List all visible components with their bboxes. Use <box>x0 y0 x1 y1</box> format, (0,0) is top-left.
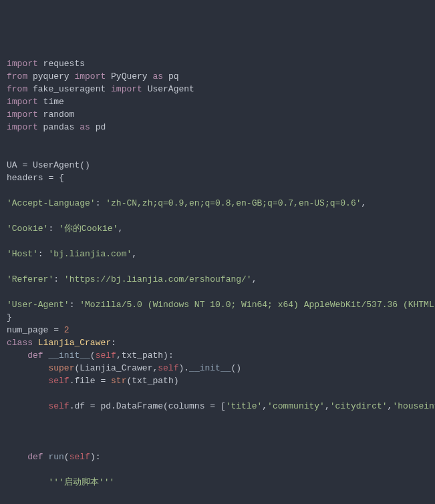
keyword: import <box>7 122 38 132</box>
keyword: def <box>27 350 43 360</box>
code-text: ( <box>64 452 69 462</box>
code-text: (Lianjia_Crawer, <box>74 363 158 373</box>
indent <box>7 350 27 360</box>
code-text: .df = pd.DataFrame(columns = [ <box>69 401 226 411</box>
string: 'title' <box>226 401 263 411</box>
keyword: import <box>74 71 106 81</box>
keyword: as <box>152 71 163 81</box>
code-text: UA = UserAgent() <box>7 160 90 170</box>
code-text: random <box>38 109 75 119</box>
code-text: , <box>325 401 330 411</box>
code-text: headers = { <box>7 173 64 183</box>
string: 'Accept-Language' <box>7 198 96 208</box>
code-text: pq <box>163 71 178 81</box>
self-param: self <box>48 376 69 386</box>
string: '你的Cookie' <box>59 224 118 234</box>
code-text: : <box>38 249 49 259</box>
indent <box>7 477 48 487</box>
code-text: , <box>262 401 267 411</box>
code-text: (txt_path) <box>126 376 178 386</box>
string: 'Cookie' <box>7 224 48 234</box>
keyword: as <box>80 122 90 132</box>
self-param: self <box>158 363 178 373</box>
code-text: ,txt_path): <box>116 350 174 360</box>
code-text: time <box>38 97 64 107</box>
class-name: Lianjia_Crawer <box>38 338 111 348</box>
self-param: self <box>69 452 90 462</box>
string: 'community' <box>267 401 325 411</box>
code-text: () <box>231 363 242 373</box>
string: 'houseinfo' <box>392 401 435 411</box>
code-block: import requests from pyquery import PyQu… <box>7 57 428 504</box>
string: 'citydirct' <box>330 401 388 411</box>
keyword: def <box>27 452 43 462</box>
code-text: UserAgent <box>142 84 194 94</box>
string: 'https://bj.lianjia.com/ershoufang/' <box>64 274 252 284</box>
keyword: from <box>7 71 27 81</box>
builtin: super <box>48 363 74 373</box>
indent <box>7 376 48 386</box>
self-param: self <box>96 350 116 360</box>
keyword: import <box>111 84 142 94</box>
code-text: : <box>69 300 80 310</box>
code-text: num_page = <box>7 325 64 335</box>
code-text: .file = <box>69 376 111 386</box>
code-text: pandas <box>38 122 80 132</box>
code-text <box>33 338 38 348</box>
function-name: run <box>48 452 63 462</box>
self-param: self <box>48 401 69 411</box>
function-name: __init__ <box>48 350 90 360</box>
docstring: '''启动脚本''' <box>48 477 114 487</box>
code-text: pyquery <box>27 71 74 81</box>
function-name: __init__ <box>189 363 231 373</box>
string: 'Referer' <box>7 274 53 284</box>
code-text: : <box>48 224 59 234</box>
indent <box>7 363 48 373</box>
code-text: fake_useragent <box>27 84 111 94</box>
keyword: class <box>7 338 33 348</box>
code-text: , <box>118 224 123 234</box>
code-text: ). <box>178 363 189 373</box>
string: 'bj.lianjia.com' <box>48 249 132 259</box>
string: 'User-Agent' <box>7 300 69 310</box>
keyword: from <box>7 84 27 94</box>
string: 'zh-CN,zh;q=0.9,en;q=0.8,en-GB;q=0.7,en-… <box>106 198 361 208</box>
code-text: ( <box>90 350 96 360</box>
code-text: , <box>252 274 257 284</box>
indent <box>7 452 27 462</box>
string: 'Mozilla/5.0 (Windows NT 10.0; Win64; x6… <box>80 300 435 310</box>
keyword: import <box>7 109 38 119</box>
code-text: ): <box>90 452 101 462</box>
code-text: : <box>111 338 116 348</box>
indent <box>7 401 48 411</box>
code-text: pd <box>90 122 106 132</box>
keyword: import <box>7 59 38 69</box>
code-text: , <box>361 198 367 208</box>
builtin: str <box>111 376 126 386</box>
code-text: } <box>7 312 12 322</box>
string: 'Host' <box>7 249 38 259</box>
keyword: import <box>7 97 38 107</box>
code-text: , <box>132 249 137 259</box>
code-text: : <box>96 198 106 208</box>
number: 2 <box>64 325 69 335</box>
code-text: PyQuery <box>106 71 152 81</box>
code-text: requests <box>38 59 85 69</box>
code-text: : <box>53 274 64 284</box>
